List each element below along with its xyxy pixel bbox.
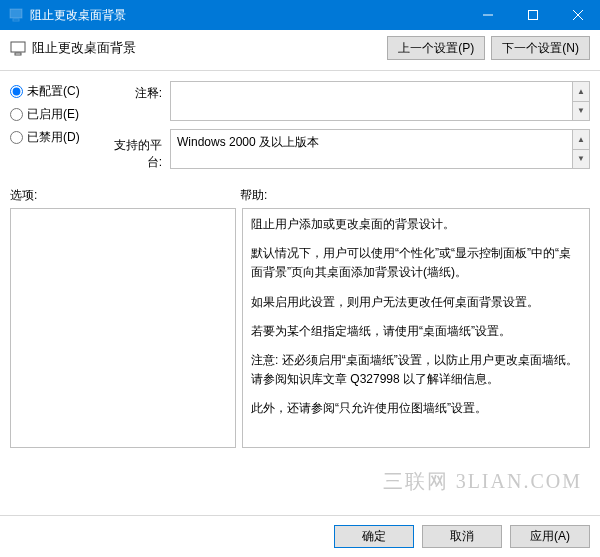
policy-header: 阻止更改桌面背景 上一个设置(P) 下一个设置(N) — [0, 30, 600, 71]
help-p5: 此外，还请参阅“只允许使用位图墙纸”设置。 — [251, 399, 581, 418]
supported-field: Windows 2000 及以上版本 ▲ ▼ — [170, 129, 590, 169]
help-p3: 若要为某个组指定墙纸，请使用“桌面墙纸”设置。 — [251, 322, 581, 341]
comment-label: 注释: — [100, 81, 162, 129]
comment-spinner[interactable]: ▲ ▼ — [572, 82, 589, 120]
watermark: 三联网 3LIAN.COM — [383, 468, 582, 495]
policy-title: 阻止更改桌面背景 — [32, 39, 381, 57]
supported-spinner[interactable]: ▲ ▼ — [572, 130, 589, 168]
policy-icon — [10, 40, 26, 56]
radio-not-configured-label[interactable]: 未配置(C) — [27, 83, 80, 100]
help-p1: 默认情况下，用户可以使用“个性化”或“显示控制面板”中的“桌面背景”页向其桌面添… — [251, 244, 581, 282]
svg-rect-0 — [10, 9, 22, 18]
svg-rect-4 — [11, 42, 25, 52]
help-p4: 注意: 还必须启用“桌面墙纸”设置，以防止用户更改桌面墙纸。请参阅知识库文章 Q… — [251, 351, 581, 389]
close-button[interactable] — [555, 0, 600, 30]
chevron-down-icon[interactable]: ▼ — [572, 102, 589, 121]
help-label: 帮助: — [240, 187, 267, 204]
app-icon — [8, 7, 24, 23]
next-setting-button[interactable]: 下一个设置(N) — [491, 36, 590, 60]
svg-rect-5 — [15, 53, 21, 55]
config-area: 未配置(C) 已启用(E) 已禁用(D) 注释: 支持的平台: ▲ ▼ Wind… — [0, 71, 600, 183]
radio-enabled[interactable] — [10, 108, 23, 121]
dialog-footer: 确定 取消 应用(A) — [0, 515, 600, 557]
radio-enabled-label[interactable]: 已启用(E) — [27, 106, 79, 123]
help-p0: 阻止用户添加或更改桌面的背景设计。 — [251, 215, 581, 234]
chevron-up-icon[interactable]: ▲ — [572, 130, 589, 150]
window-title: 阻止更改桌面背景 — [30, 7, 465, 24]
panes-row: 阻止用户添加或更改桌面的背景设计。 默认情况下，用户可以使用“个性化”或“显示控… — [0, 208, 600, 448]
pane-labels: 选项: 帮助: — [0, 183, 600, 208]
help-p2: 如果启用此设置，则用户无法更改任何桌面背景设置。 — [251, 293, 581, 312]
radio-disabled-label[interactable]: 已禁用(D) — [27, 129, 80, 146]
apply-button[interactable]: 应用(A) — [510, 525, 590, 548]
field-values: ▲ ▼ Windows 2000 及以上版本 ▲ ▼ — [170, 81, 590, 177]
chevron-down-icon[interactable]: ▼ — [572, 150, 589, 169]
prev-setting-button[interactable]: 上一个设置(P) — [387, 36, 485, 60]
state-radio-group: 未配置(C) 已启用(E) 已禁用(D) — [10, 81, 100, 177]
cancel-button[interactable]: 取消 — [422, 525, 502, 548]
chevron-up-icon[interactable]: ▲ — [572, 82, 589, 102]
options-pane — [10, 208, 236, 448]
ok-button[interactable]: 确定 — [334, 525, 414, 548]
svg-rect-3 — [528, 11, 537, 20]
field-labels: 注释: 支持的平台: — [100, 81, 170, 177]
minimize-button[interactable] — [465, 0, 510, 30]
maximize-button[interactable] — [510, 0, 555, 30]
title-bar: 阻止更改桌面背景 — [0, 0, 600, 30]
comment-field[interactable]: ▲ ▼ — [170, 81, 590, 121]
radio-disabled[interactable] — [10, 131, 23, 144]
radio-not-configured[interactable] — [10, 85, 23, 98]
options-label: 选项: — [10, 187, 240, 204]
supported-value: Windows 2000 及以上版本 — [177, 135, 319, 149]
supported-label: 支持的平台: — [100, 129, 162, 177]
svg-rect-2 — [13, 19, 19, 21]
help-pane: 阻止用户添加或更改桌面的背景设计。 默认情况下，用户可以使用“个性化”或“显示控… — [242, 208, 590, 448]
